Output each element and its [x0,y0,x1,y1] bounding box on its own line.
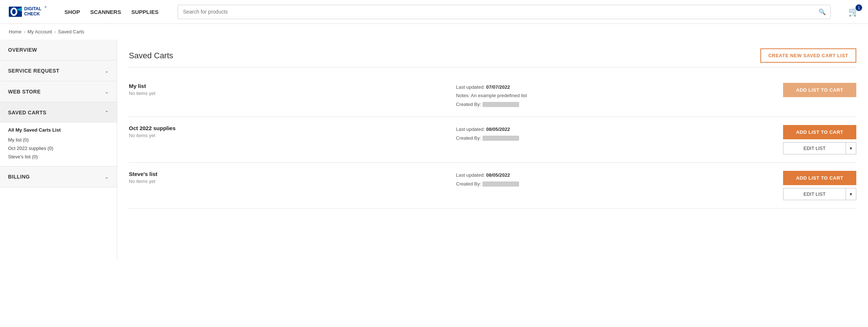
edit-list-row-oct-supplies: EDIT LIST ▾ [783,142,856,154]
sidebar: OVERVIEW SERVICE REQUEST ⌄ WEB STORE ⌄ S… [0,40,117,260]
breadcrumb-current: Saved Carts [58,29,85,34]
cart-meta-updated-steves-list: Last updated: 08/05/2022 [456,171,776,179]
created-by-blur-my-list [483,102,519,107]
sidebar-service-request-label: SERVICE REQUEST [8,68,59,74]
created-by-blur-steves-list [483,181,519,187]
main-layout: OVERVIEW SERVICE REQUEST ⌄ WEB STORE ⌄ S… [0,40,868,260]
cart-meta-updated-oct-supplies: Last updated: 08/05/2022 [456,125,776,133]
add-to-cart-button-my-list[interactable]: ADD LIST TO CART [783,83,856,97]
cart-item-actions-steves-list: ADD LIST TO CART EDIT LIST ▾ [783,171,856,200]
nav-supplies[interactable]: SUPPLIES [131,9,159,15]
sidebar-link-my-list[interactable]: My list (0) [8,136,109,144]
sidebar-link-oct-supplies[interactable]: Oct 2022 supplies (0) [8,144,109,153]
search-icon: 🔍 [819,9,826,15]
cart-item-info-my-list: My list No items yet [129,83,449,96]
cart-item-status-steves-list: No items yet [129,179,449,184]
cart-meta-created-my-list: Created By: [456,100,776,109]
sidebar-overview-label: OVERVIEW [8,47,37,53]
breadcrumb-my-account[interactable]: My Account [27,29,52,34]
breadcrumb-home[interactable]: Home [9,29,22,34]
add-to-cart-button-oct-supplies[interactable]: ADD LIST TO CART [783,125,856,139]
page-title: Saved Carts [129,51,173,60]
cart-list-item-oct-supplies: Oct 2022 supplies No items yet Last upda… [129,117,856,163]
edit-list-button-oct-supplies[interactable]: EDIT LIST [783,143,846,154]
cart-item-name-steves-list: Steve's list [129,171,449,177]
content-header: Saved Carts CREATE NEW SAVED CART LIST [129,48,856,67]
breadcrumb: Home › My Account › Saved Carts [0,24,868,40]
sidebar-service-request-header[interactable]: SERVICE REQUEST ⌄ [0,60,117,81]
cart-item-actions-my-list: ADD LIST TO CART [783,83,856,97]
sidebar-saved-carts-label: SAVED CARTS [8,110,46,115]
cart-item-info-steves-list: Steve's list No items yet [129,171,449,184]
search-area: 🔍 [178,5,831,19]
cart-list-item-steves-list: Steve's list No items yet Last updated: … [129,163,856,209]
sidebar-web-store-header[interactable]: WEB STORE ⌄ [0,81,117,102]
cart-item-actions-oct-supplies: ADD LIST TO CART EDIT LIST ▾ [783,125,856,154]
nav-scanners[interactable]: SCANNERS [90,9,121,15]
site-header: DIGITAL CHECK ® SHOP SCANNERS SUPPLIES 🔍… [0,0,868,24]
edit-list-dropdown-oct-supplies[interactable]: ▾ [846,143,856,154]
svg-point-2 [12,9,16,14]
cart-meta-notes-my-list: Notes: An example predefined list [456,91,776,100]
breadcrumb-sep-1: › [24,29,25,34]
dropdown-chevron-steves-list: ▾ [850,191,852,197]
main-nav: SHOP SCANNERS SUPPLIES [64,9,159,15]
cart-item-meta-my-list: Last updated: 07/07/2022 Notes: An examp… [456,83,776,109]
edit-list-dropdown-steves-list[interactable]: ▾ [846,188,856,200]
sidebar-saved-carts-sub: All My Saved Carts List My list (0) Oct … [0,123,117,166]
search-input[interactable] [178,5,814,18]
sidebar-item-service-request: SERVICE REQUEST ⌄ [0,60,117,81]
svg-text:®: ® [45,6,47,8]
sidebar-billing-header[interactable]: BILLING ⌄ [0,166,117,187]
sidebar-overview-header[interactable]: OVERVIEW [0,40,117,60]
cart-item-status-oct-supplies: No items yet [129,133,449,138]
edit-list-row-steves-list: EDIT LIST ▾ [783,188,856,200]
cart-meta-updated-my-list: Last updated: 07/07/2022 [456,83,776,91]
sidebar-saved-carts-chevron: ⌃ [105,110,109,115]
sidebar-item-web-store: WEB STORE ⌄ [0,81,117,102]
sidebar-web-store-label: WEB STORE [8,89,41,95]
sidebar-web-store-chevron: ⌄ [105,89,109,95]
sidebar-item-billing: BILLING ⌄ [0,166,117,187]
cart-button[interactable]: 🛒 1 [848,7,859,17]
search-button[interactable]: 🔍 [814,5,830,19]
create-new-saved-cart-button[interactable]: CREATE NEW SAVED CART LIST [760,48,856,63]
cart-item-name-my-list: My list [129,83,449,89]
logo[interactable]: DIGITAL CHECK ® [9,4,53,20]
cart-item-info-oct-supplies: Oct 2022 supplies No items yet [129,125,449,138]
cart-list-item-my-list: My list No items yet Last updated: 07/07… [129,75,856,117]
cart-item-status-my-list: No items yet [129,91,449,96]
dropdown-chevron-oct-supplies: ▾ [850,146,852,151]
add-to-cart-button-steves-list[interactable]: ADD LIST TO CART [783,171,856,185]
sidebar-item-saved-carts: SAVED CARTS ⌃ All My Saved Carts List My… [0,102,117,166]
cart-item-meta-steves-list: Last updated: 08/05/2022 Created By: [456,171,776,188]
cart-meta-created-steves-list: Created By: [456,180,776,188]
svg-text:CHECK: CHECK [24,11,40,16]
sidebar-saved-carts-header[interactable]: SAVED CARTS ⌃ [0,102,117,123]
nav-shop[interactable]: SHOP [64,9,80,15]
sidebar-link-steves-list[interactable]: Steve's list (0) [8,153,109,161]
edit-list-button-steves-list[interactable]: EDIT LIST [783,188,846,200]
content-area: Saved Carts CREATE NEW SAVED CART LIST M… [117,40,868,260]
cart-meta-created-oct-supplies: Created By: [456,134,776,142]
cart-item-meta-oct-supplies: Last updated: 08/05/2022 Created By: [456,125,776,142]
cart-item-name-oct-supplies: Oct 2022 supplies [129,125,449,131]
created-by-blur-oct-supplies [483,136,519,141]
sidebar-item-overview: OVERVIEW [0,40,117,60]
breadcrumb-sep-2: › [54,29,56,34]
sidebar-saved-carts-sub-title: All My Saved Carts List [8,127,109,133]
cart-badge: 1 [856,4,862,11]
sidebar-service-request-chevron: ⌄ [105,68,109,74]
sidebar-billing-label: BILLING [8,174,30,180]
svg-text:DIGITAL: DIGITAL [24,6,41,11]
sidebar-billing-chevron: ⌄ [105,174,109,180]
